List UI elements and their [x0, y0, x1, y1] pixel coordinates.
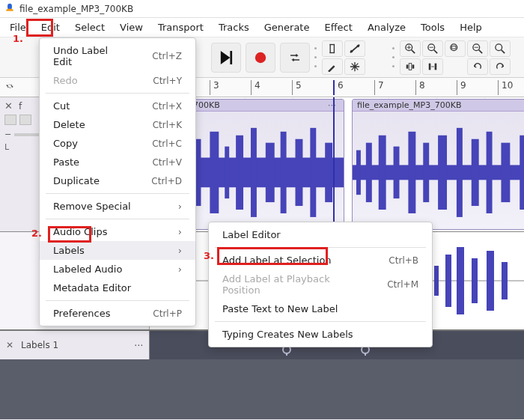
menu-delete[interactable]: DeleteCtrl+K	[40, 115, 195, 134]
svg-rect-53	[520, 136, 524, 210]
draw-tool-icon[interactable]	[322, 58, 343, 75]
fit-project-icon[interactable]	[467, 40, 488, 57]
svg-rect-50	[472, 139, 479, 206]
svg-point-1	[255, 52, 266, 62]
svg-rect-43	[366, 143, 372, 202]
svg-rect-51	[487, 132, 493, 213]
menu-edit[interactable]: Edit	[34, 19, 67, 35]
svg-rect-16	[452, 46, 456, 49]
menu-audio-clips[interactable]: Audio Clips›	[40, 222, 195, 241]
submenu-typing-creates[interactable]: Typing Creates New Labels	[209, 325, 432, 344]
labels-panel[interactable]: ✕ Labels 1 ⋯	[0, 331, 150, 359]
clip-menu-icon[interactable]: ⋯	[325, 100, 339, 110]
menu-generate[interactable]: Generate	[258, 19, 317, 35]
svg-rect-42	[356, 150, 361, 195]
menu-redo[interactable]: RedoCtrl+Y	[40, 71, 195, 90]
labels-track-name: Labels 1	[21, 340, 58, 350]
ruler-ticks: 3 4 5 6 7 8 9 10 11	[150, 78, 524, 97]
trim-icon[interactable]	[400, 58, 421, 75]
zoom-group	[400, 40, 511, 75]
tool-group	[322, 40, 388, 75]
menu-analyze[interactable]: Analyze	[361, 19, 412, 35]
svg-rect-22	[412, 64, 415, 68]
submenu-add-label-playback[interactable]: Add Label at Playback PositionCtrl+M	[209, 270, 432, 299]
zoom-out-icon[interactable]	[422, 40, 443, 57]
submenu-label-editor[interactable]: Label Editor	[209, 225, 432, 244]
loop-button[interactable]	[280, 43, 310, 73]
app-icon	[4, 2, 15, 15]
submenu-add-label-selection[interactable]: Add Label at SelectionCtrl+B	[209, 251, 432, 270]
empty-track-area[interactable]	[0, 359, 524, 419]
svg-rect-23	[409, 63, 412, 70]
redo-icon[interactable]	[490, 58, 511, 75]
svg-rect-32	[210, 132, 219, 213]
fit-selection-icon[interactable]	[445, 40, 466, 57]
selection-tool-icon[interactable]	[322, 40, 343, 57]
svg-rect-55	[434, 266, 439, 296]
annotation-2: 2.	[31, 228, 42, 239]
menu-labels[interactable]: Labels›	[40, 241, 195, 260]
menu-cut[interactable]: CutCtrl+X	[40, 97, 195, 115]
svg-rect-46	[408, 132, 415, 213]
svg-rect-39	[310, 128, 316, 217]
menu-select[interactable]: Select	[68, 19, 112, 35]
svg-rect-21	[406, 64, 409, 68]
undo-icon[interactable]	[467, 58, 488, 75]
menu-metadata-editor[interactable]: Metadata Editor	[40, 279, 195, 297]
pan-left-label: L	[4, 142, 9, 152]
svg-rect-36	[266, 143, 275, 202]
svg-rect-57	[457, 247, 464, 314]
track-name: f	[19, 101, 22, 112]
menu-duplicate[interactable]: DuplicateCtrl+D	[40, 171, 195, 190]
labels-menu-icon[interactable]: ⋯	[134, 340, 143, 350]
svg-rect-40	[325, 143, 332, 202]
envelope-tool-icon[interactable]	[344, 40, 365, 57]
multi-tool-icon[interactable]	[344, 58, 365, 75]
record-button[interactable]	[246, 43, 275, 73]
menu-labeled-audio[interactable]: Labeled Audio›	[40, 260, 195, 279]
play-button[interactable]	[211, 43, 241, 73]
close-labels-icon[interactable]: ✕	[6, 340, 13, 350]
svg-line-20	[502, 49, 505, 52]
tick: 4	[251, 80, 261, 95]
audio-clip[interactable]: file_example_MP3_700KB ⋯	[352, 99, 524, 230]
menu-preferences[interactable]: PreferencesCtrl+P	[40, 304, 195, 323]
submenu-paste-text-label[interactable]: Paste Text to New Label	[209, 299, 432, 318]
menu-effect[interactable]: Effect	[317, 19, 359, 35]
zoom-toggle-icon[interactable]	[490, 40, 511, 57]
annotation-3: 3.	[204, 250, 214, 261]
menu-view[interactable]: View	[113, 19, 150, 35]
svg-rect-33	[225, 147, 229, 198]
menu-undo[interactable]: Undo Label EditCtrl+Z	[40, 41, 195, 71]
svg-rect-47	[423, 143, 429, 202]
svg-rect-38	[295, 139, 302, 206]
svg-rect-48	[438, 136, 447, 210]
svg-rect-60	[502, 262, 508, 299]
menu-copy[interactable]: CopyCtrl+C	[40, 134, 195, 153]
silence-icon[interactable]	[422, 58, 443, 75]
solo-button[interactable]	[19, 115, 31, 125]
svg-rect-3	[334, 43, 335, 52]
svg-point-19	[496, 43, 502, 50]
svg-rect-34	[236, 136, 243, 210]
mute-button[interactable]	[4, 115, 16, 125]
tick: 9	[457, 80, 466, 95]
menu-tracks[interactable]: Tracks	[212, 19, 256, 35]
track-waveform-area[interactable]: ple_MP3_700KB ⋯ file_example_MP3_700KB	[150, 97, 524, 231]
svg-rect-25	[435, 63, 437, 70]
menu-remove-special[interactable]: Remove Special›	[40, 197, 195, 216]
toolbar-separator	[314, 44, 317, 71]
menu-tools[interactable]: Tools	[414, 19, 451, 35]
menu-paste[interactable]: PasteCtrl+V	[40, 153, 195, 171]
menu-transport[interactable]: Transport	[151, 19, 210, 35]
edit-dropdown: Undo Label EditCtrl+Z RedoCtrl+Y CutCtrl…	[39, 37, 196, 326]
close-track-icon[interactable]: ✕	[4, 100, 13, 112]
menu-help[interactable]: Help	[453, 19, 489, 35]
svg-rect-58	[472, 258, 478, 303]
window-title: file_example_MP3_700KB	[19, 4, 133, 14]
clip-name: file_example_MP3_700KB	[357, 100, 461, 110]
zoom-in-icon[interactable]	[400, 40, 421, 57]
ruler-gear-icon[interactable]	[4, 81, 15, 94]
playhead[interactable]	[333, 97, 335, 231]
toolbar-separator	[392, 44, 395, 71]
